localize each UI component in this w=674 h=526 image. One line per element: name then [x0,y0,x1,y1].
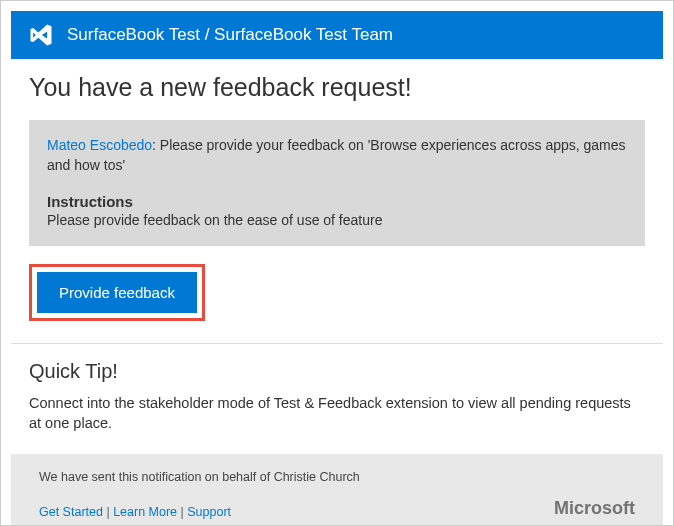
feedback-request-box: Mateo Escobedo: Please provide your feed… [29,120,645,246]
requester-name-link[interactable]: Mateo Escobedo [47,137,152,153]
app-header: SurfaceBook Test / SurfaceBook Test Team [11,11,663,59]
page-heading: You have a new feedback request! [29,73,645,102]
request-separator: : [152,137,160,153]
microsoft-logo: Microsoft [554,498,635,519]
tip-text: Connect into the stakeholder mode of Tes… [29,393,645,434]
button-highlight-frame: Provide feedback [29,264,205,321]
request-message: Mateo Escobedo: Please provide your feed… [47,136,627,175]
notice-prefix: We have sent this notification on behalf… [39,470,274,484]
learn-more-link[interactable]: Learn More [113,505,177,519]
quick-tip-section: Quick Tip! Connect into the stakeholder … [1,360,673,454]
instructions-label: Instructions [47,193,627,210]
footer-bottom-row: Get Started | Learn More | Support Micro… [39,498,635,519]
tip-heading: Quick Tip! [29,360,645,383]
footer: We have sent this notification on behalf… [11,454,663,526]
footer-links: Get Started | Learn More | Support [39,505,231,519]
link-sep-1: | [103,505,113,519]
link-sep-2: | [177,505,187,519]
get-started-link[interactable]: Get Started [39,505,103,519]
support-link[interactable]: Support [187,505,231,519]
visual-studio-icon [27,21,55,49]
header-title: SurfaceBook Test / SurfaceBook Test Team [67,25,393,45]
section-divider [11,343,663,344]
notice-name: Christie Church [274,470,360,484]
footer-notice: We have sent this notification on behalf… [39,470,635,484]
provide-feedback-button[interactable]: Provide feedback [37,272,197,313]
main-content: You have a new feedback request! Mateo E… [1,59,673,321]
instructions-text: Please provide feedback on the ease of u… [47,212,627,228]
